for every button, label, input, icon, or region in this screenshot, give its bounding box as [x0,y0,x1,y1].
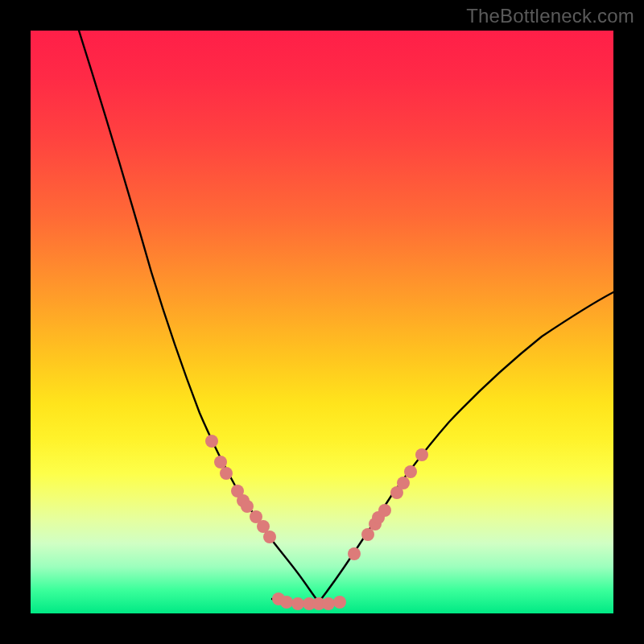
marker-flat [322,597,335,610]
marker-left [241,500,254,513]
marker-right [415,448,428,461]
marker-left [220,467,233,480]
marker-right [378,504,391,517]
curve-svg [31,31,613,613]
marker-right [348,547,361,560]
marker-flat [280,596,293,609]
marker-right [404,465,417,478]
marker-left [205,435,218,448]
curve-left-branch [79,31,319,602]
watermark-text: TheBottleneck.com [466,5,634,27]
marker-flat [291,597,304,610]
marker-left [263,530,276,543]
chart-frame: TheBottleneck.com [0,0,644,644]
marker-left [214,456,227,469]
chart-plot-area [31,31,613,613]
marker-right [361,528,374,541]
marker-right [397,477,410,489]
curve-right-branch [319,292,613,602]
marker-flat [333,596,346,609]
